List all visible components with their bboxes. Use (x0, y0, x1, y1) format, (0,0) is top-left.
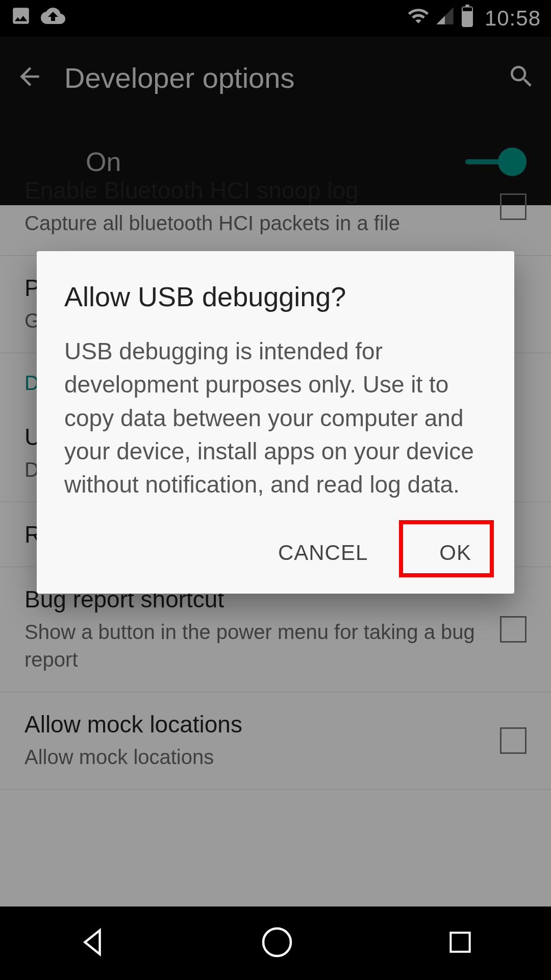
svg-rect-2 (451, 933, 470, 951)
usb-debugging-dialog: Allow USB debugging? USB debugging is in… (37, 251, 514, 594)
cancel-button[interactable]: CANCEL (263, 532, 383, 573)
svg-point-1 (263, 928, 291, 956)
screen: 10:58 Developer options On Enable Blueto… (0, 0, 551, 980)
dialog-body: USB debugging is intended for developmen… (64, 335, 487, 502)
nav-bar (0, 906, 551, 980)
nav-home-icon[interactable] (259, 924, 295, 963)
nav-recents-icon[interactable] (444, 926, 477, 961)
nav-back-icon[interactable] (74, 924, 110, 962)
dialog-title: Allow USB debugging? (64, 281, 487, 312)
highlight-annotation (399, 520, 494, 577)
